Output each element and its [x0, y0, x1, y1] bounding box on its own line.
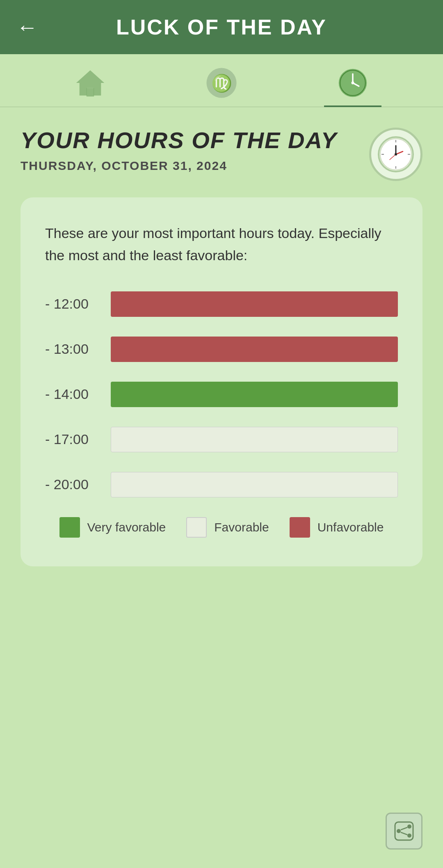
time-bar-row-17: - 17:00 — [45, 427, 398, 452]
legend: Very favorable Favorable Unfavorable — [45, 517, 398, 538]
share-button[interactable] — [386, 813, 422, 850]
svg-point-8 — [352, 82, 354, 85]
legend-swatch-unfavorable — [290, 517, 310, 538]
svg-point-20 — [407, 824, 411, 829]
svg-point-21 — [407, 834, 411, 838]
legend-label-unfavorable: Unfavorable — [317, 520, 384, 534]
time-label-13: - 13:00 — [45, 341, 111, 357]
card-description: These are your most important hours toda… — [45, 222, 398, 267]
title-block: YOUR HOURS OF THE DAY THURSDAY, OCTOBER … — [21, 128, 361, 173]
legend-item-favorable: Favorable — [186, 517, 269, 538]
time-bar-14 — [111, 382, 398, 407]
tab-home[interactable] — [74, 66, 107, 107]
back-button[interactable]: ← — [16, 16, 38, 38]
section-title: YOUR HOURS OF THE DAY — [21, 128, 361, 153]
legend-label-favorable: Favorable — [214, 520, 269, 534]
time-bar-row-13: - 13:00 — [45, 337, 398, 362]
time-label-20: - 20:00 — [45, 476, 111, 492]
time-label-12: - 12:00 — [45, 296, 111, 312]
time-bar-17 — [111, 427, 398, 452]
hours-card: These are your most important hours toda… — [21, 197, 422, 566]
tab-virgo[interactable]: ♍ — [205, 66, 238, 107]
time-bar-12 — [111, 291, 398, 317]
legend-label-very-favorable: Very favorable — [87, 520, 166, 534]
svg-point-18 — [395, 153, 397, 156]
legend-item-very-favorable: Very favorable — [59, 517, 166, 538]
time-bar-row-12: - 12:00 — [45, 291, 398, 317]
legend-swatch-favorable — [186, 517, 207, 538]
time-bar-20 — [111, 472, 398, 497]
bottom-area — [0, 583, 443, 868]
svg-line-23 — [401, 827, 407, 830]
time-label-14: - 14:00 — [45, 386, 111, 402]
home-icon — [74, 66, 107, 99]
nav-tabs: ♍ — [0, 54, 443, 107]
legend-swatch-very-favorable — [59, 517, 80, 538]
time-label-17: - 17:00 — [45, 431, 111, 447]
section-date: THURSDAY, OCTOBER 31, 2024 — [21, 159, 361, 173]
clock-badge — [369, 128, 422, 181]
section-header: YOUR HOURS OF THE DAY THURSDAY, OCTOBER … — [21, 128, 422, 181]
time-bar-13 — [111, 337, 398, 362]
tab-hours[interactable] — [336, 66, 369, 107]
legend-item-unfavorable: Unfavorable — [290, 517, 384, 538]
virgo-icon: ♍ — [205, 66, 238, 99]
main-content: YOUR HOURS OF THE DAY THURSDAY, OCTOBER … — [0, 107, 443, 583]
svg-point-22 — [397, 829, 401, 833]
time-bar-row-14: - 14:00 — [45, 382, 398, 407]
app-header: ← LUCK OF THE DAY — [0, 0, 443, 54]
svg-line-24 — [401, 832, 407, 835]
svg-rect-1 — [87, 88, 94, 97]
svg-text:♍: ♍ — [211, 73, 233, 94]
time-bar-row-20: - 20:00 — [45, 472, 398, 497]
clock-nav-icon — [336, 66, 369, 99]
page-title: LUCK OF THE DAY — [116, 15, 327, 39]
